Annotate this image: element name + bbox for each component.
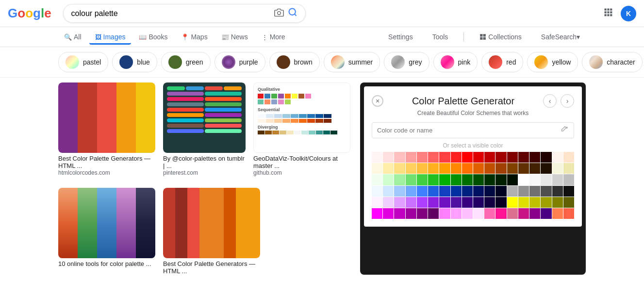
color-cell[interactable] — [563, 163, 574, 174]
result-item-5[interactable]: Best Color Palette Generators — HTML ... — [163, 188, 260, 275]
chip-pastel[interactable]: pastel — [58, 52, 108, 72]
color-cell[interactable] — [372, 208, 382, 219]
color-cell[interactable] — [439, 174, 450, 185]
color-cell[interactable] — [529, 174, 540, 185]
color-cell[interactable] — [428, 152, 439, 163]
nav-item-images[interactable]: 🖼 Images — [89, 29, 132, 45]
color-cell[interactable] — [451, 208, 462, 219]
chip-grey[interactable]: grey — [384, 52, 429, 72]
panel-prev-button[interactable]: ‹ — [543, 94, 557, 108]
color-cell[interactable] — [507, 174, 518, 185]
color-cell[interactable] — [518, 163, 529, 174]
chip-yellow[interactable]: yellow — [527, 52, 578, 72]
color-cell[interactable] — [383, 197, 394, 208]
color-cell[interactable] — [507, 197, 518, 208]
color-cell[interactable] — [439, 197, 450, 208]
color-cell[interactable] — [372, 186, 382, 197]
chip-blue[interactable]: blue — [112, 52, 157, 72]
color-cell[interactable] — [428, 197, 439, 208]
color-cell[interactable] — [417, 163, 428, 174]
color-cell[interactable] — [451, 197, 462, 208]
color-cell[interactable] — [462, 174, 473, 185]
color-cell[interactable] — [541, 152, 551, 163]
chip-green[interactable]: green — [161, 52, 211, 72]
tools-link[interactable]: Tools — [427, 29, 454, 45]
color-cell[interactable] — [439, 186, 450, 197]
nav-item-more[interactable]: ⋮ More — [256, 29, 291, 45]
color-cell[interactable] — [518, 208, 529, 219]
color-cell[interactable] — [495, 163, 506, 174]
result-item-1[interactable]: Best Color Palette Generators — HTML ...… — [58, 83, 155, 176]
color-cell[interactable] — [518, 197, 529, 208]
color-cell[interactable] — [451, 152, 462, 163]
color-cell[interactable] — [428, 163, 439, 174]
chip-summer[interactable]: summer — [324, 52, 380, 72]
color-cell[interactable] — [518, 186, 529, 197]
color-cell[interactable] — [451, 174, 462, 185]
safesearch-link[interactable]: SafeSearch▾ — [535, 29, 586, 45]
color-cell[interactable] — [406, 197, 416, 208]
avatar[interactable]: K — [621, 6, 636, 21]
color-cell[interactable] — [406, 163, 416, 174]
color-cell[interactable] — [439, 208, 450, 219]
color-cell[interactable] — [406, 174, 416, 185]
color-input[interactable] — [377, 127, 561, 134]
color-cell[interactable] — [552, 186, 563, 197]
color-cell[interactable] — [518, 174, 529, 185]
color-cell[interactable] — [383, 186, 394, 197]
color-cell[interactable] — [563, 186, 574, 197]
chip-purple[interactable]: purple — [215, 52, 265, 72]
color-cell[interactable] — [552, 163, 563, 174]
color-cell[interactable] — [541, 163, 551, 174]
color-cell[interactable] — [394, 186, 405, 197]
nav-item-all[interactable]: 🔍 All — [58, 29, 87, 45]
color-cell[interactable] — [484, 186, 495, 197]
color-cell[interactable] — [473, 174, 484, 185]
color-cell[interactable] — [552, 197, 563, 208]
search-button[interactable] — [288, 7, 297, 19]
color-cell[interactable] — [473, 197, 484, 208]
color-cell[interactable] — [394, 197, 405, 208]
color-cell[interactable] — [563, 208, 574, 219]
color-cell[interactable] — [406, 186, 416, 197]
color-cell[interactable] — [495, 197, 506, 208]
result-item-3[interactable]: Qualitative — [253, 83, 350, 176]
color-cell[interactable] — [462, 152, 473, 163]
result-item-4[interactable]: 10 online tools for color palette ... — [58, 188, 155, 275]
color-cell[interactable] — [507, 163, 518, 174]
color-cell[interactable] — [383, 208, 394, 219]
color-cell[interactable] — [495, 208, 506, 219]
color-cell[interactable] — [473, 208, 484, 219]
color-cell[interactable] — [473, 152, 484, 163]
color-cell[interactable] — [541, 208, 551, 219]
color-cell[interactable] — [462, 208, 473, 219]
color-cell[interactable] — [428, 208, 439, 219]
chip-pink[interactable]: pink — [433, 52, 478, 72]
color-cell[interactable] — [417, 174, 428, 185]
color-cell[interactable] — [383, 163, 394, 174]
color-cell[interactable] — [451, 186, 462, 197]
color-cell[interactable] — [529, 208, 540, 219]
panel-next-button[interactable]: › — [561, 94, 574, 108]
color-cell[interactable] — [462, 197, 473, 208]
color-cell[interactable] — [529, 186, 540, 197]
color-cell[interactable] — [541, 186, 551, 197]
color-cell[interactable] — [541, 197, 551, 208]
result-item-2[interactable]: By @color-palettes on tumblr | ... pinte… — [163, 83, 246, 176]
chip-red[interactable]: red — [481, 52, 523, 72]
color-cell[interactable] — [462, 163, 473, 174]
color-cell[interactable] — [529, 163, 540, 174]
color-cell[interactable] — [372, 163, 382, 174]
color-cell[interactable] — [507, 152, 518, 163]
color-cell[interactable] — [563, 152, 574, 163]
color-cell[interactable] — [462, 186, 473, 197]
color-cell[interactable] — [552, 152, 563, 163]
color-cell[interactable] — [394, 174, 405, 185]
color-cell[interactable] — [484, 163, 495, 174]
color-cell[interactable] — [473, 163, 484, 174]
color-cell[interactable] — [484, 152, 495, 163]
nav-item-books[interactable]: 📖 Books — [133, 29, 173, 45]
color-cell[interactable] — [372, 152, 382, 163]
settings-link[interactable]: Settings — [382, 29, 419, 45]
color-cell[interactable] — [406, 152, 416, 163]
